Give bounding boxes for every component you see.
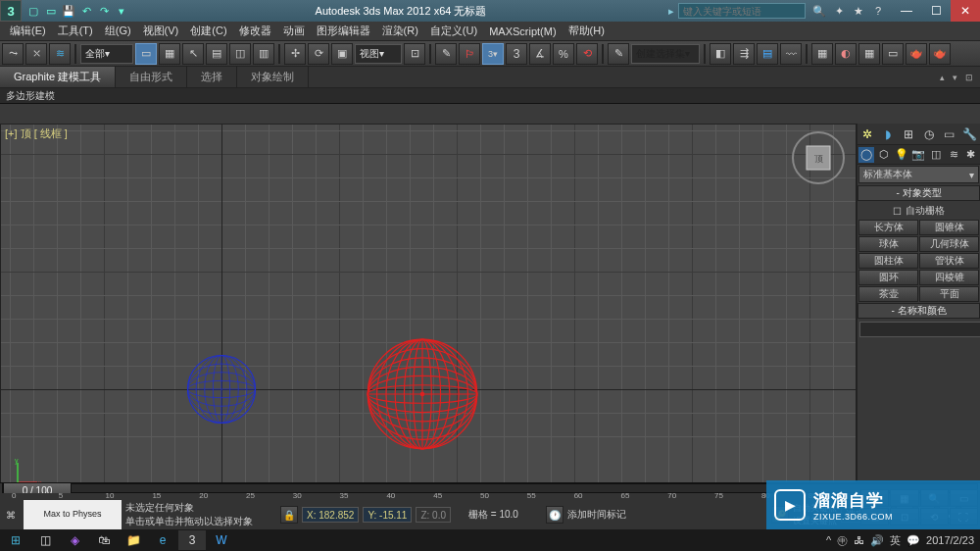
script-icon[interactable]: ⌘: [2, 500, 20, 529]
lights-icon[interactable]: 💡: [894, 147, 909, 163]
named-sel-icon[interactable]: ✎: [608, 43, 629, 65]
tray-net-icon[interactable]: 🖧: [854, 534, 864, 546]
modify-tab-icon[interactable]: ◗: [880, 126, 896, 142]
primitive-sphere[interactable]: 球体: [858, 236, 918, 252]
render-prod-icon[interactable]: 🫖: [929, 43, 951, 65]
add-time-tag[interactable]: 添加时间标记: [567, 508, 626, 522]
qat-undo-icon[interactable]: ↶: [78, 3, 94, 19]
ribbon-min-icon[interactable]: ▴: [937, 73, 948, 82]
menu-create[interactable]: 创建(C): [184, 24, 232, 38]
recent-icon[interactable]: ✦: [831, 3, 847, 19]
display-tab-icon[interactable]: ▭: [942, 126, 957, 142]
select-arrow-icon[interactable]: ↖: [182, 43, 204, 65]
coord-z[interactable]: Z: 0.0: [416, 507, 451, 523]
object-sphere-red[interactable]: [366, 337, 479, 451]
app-icon[interactable]: 3: [0, 0, 22, 22]
maximize-button[interactable]: ☐: [921, 0, 951, 22]
scale-icon[interactable]: ▣: [331, 43, 353, 65]
primitive-pyramid[interactable]: 四棱锥: [919, 270, 979, 285]
store-icon[interactable]: 🛍: [90, 530, 118, 550]
primitive-geosphere[interactable]: 几何球体: [919, 236, 979, 252]
edge-icon[interactable]: e: [149, 530, 176, 550]
tray-ime-icon[interactable]: ㊥: [837, 533, 848, 548]
object-sphere-blue[interactable]: [186, 354, 257, 425]
qat-new-icon[interactable]: ▢: [25, 3, 41, 19]
menu-grapheditors[interactable]: 图形编辑器: [311, 24, 376, 38]
unlink-icon[interactable]: ⤬: [25, 43, 47, 65]
helpers-icon[interactable]: ◫: [928, 147, 944, 163]
render-setup-icon[interactable]: ▦: [858, 43, 880, 65]
help-icon[interactable]: ?: [870, 3, 886, 19]
close-button[interactable]: ✕: [951, 0, 980, 22]
select-name-icon[interactable]: ▤: [206, 43, 227, 65]
spinner-icon[interactable]: ⟲: [576, 43, 598, 65]
menu-rendering[interactable]: 渲染(R): [376, 24, 424, 38]
primitive-torus[interactable]: 圆环: [858, 270, 918, 285]
viewport-label[interactable]: [+] 顶 [ 线框 ]: [5, 126, 68, 141]
menu-animation[interactable]: 动画: [277, 24, 311, 38]
qat-save-icon[interactable]: 💾: [61, 3, 76, 19]
tray-clock[interactable]: 2017/2/23: [926, 534, 974, 546]
ribbon-help-icon[interactable]: ⊡: [962, 73, 976, 82]
menu-modifiers[interactable]: 修改器: [233, 24, 277, 38]
menu-help[interactable]: 帮助(H): [563, 24, 611, 38]
select-lasso-icon[interactable]: ◫: [229, 43, 251, 65]
primitive-tube[interactable]: 管状体: [919, 253, 979, 269]
rollout-object-type[interactable]: - 对象类型: [858, 185, 980, 201]
spacewarps-icon[interactable]: ≋: [946, 147, 961, 163]
primitive-cone[interactable]: 圆锥体: [919, 220, 979, 235]
viewcube[interactable]: 顶: [791, 130, 846, 185]
start-button[interactable]: ⊞: [2, 530, 29, 550]
3dsmax-task-icon[interactable]: 3: [178, 530, 206, 550]
spinner-snap-icon[interactable]: %: [553, 43, 574, 65]
menu-edit[interactable]: 编辑(E): [4, 24, 52, 38]
primitive-teapot[interactable]: 茶壶: [858, 286, 918, 302]
script-listener[interactable]: Max to Physes: [24, 500, 122, 529]
bind-icon[interactable]: ≋: [49, 43, 71, 65]
primitive-box[interactable]: 长方体: [858, 220, 918, 235]
qat-open-icon[interactable]: ▭: [43, 3, 59, 19]
keymode-icon[interactable]: 🏳: [459, 43, 480, 65]
geometry-icon[interactable]: ◯: [858, 147, 874, 163]
select-paint-icon[interactable]: ▥: [253, 43, 274, 65]
tray-up-icon[interactable]: ^: [826, 534, 831, 546]
link-icon[interactable]: ⤳: [2, 43, 24, 65]
ref-coord-dropdown[interactable]: 视图▾: [355, 44, 402, 64]
utilities-tab-icon[interactable]: 🔧: [962, 126, 978, 142]
tab-objectpaint[interactable]: 对象绘制: [237, 67, 309, 87]
search-icon[interactable]: 🔍: [811, 3, 827, 19]
coord-x[interactable]: X: 182.852: [302, 507, 359, 523]
qat-redo-icon[interactable]: ↷: [96, 3, 112, 19]
help-search-input[interactable]: [678, 3, 806, 19]
explorer-icon[interactable]: 📁: [120, 530, 147, 550]
select-region-icon[interactable]: ▦: [159, 43, 180, 65]
tab-freeform[interactable]: 自由形式: [116, 67, 187, 87]
minimize-button[interactable]: —: [892, 0, 921, 22]
primitive-plane[interactable]: 平面: [919, 286, 979, 302]
cameras-icon[interactable]: 📷: [910, 147, 926, 163]
tray-notif-icon[interactable]: 💬: [906, 534, 920, 547]
taskview-icon[interactable]: ◫: [31, 530, 59, 550]
shapes-icon[interactable]: ⬡: [876, 147, 892, 163]
word-icon[interactable]: W: [208, 530, 235, 550]
render-icon[interactable]: 🫖: [906, 43, 927, 65]
layers-icon[interactable]: ▤: [757, 43, 778, 65]
select-button[interactable]: ▭: [135, 43, 157, 65]
coord-y[interactable]: Y: -15.11: [363, 507, 412, 523]
rollout-name-color[interactable]: - 名称和颜色: [858, 303, 980, 319]
mirror-icon[interactable]: ◧: [710, 43, 731, 65]
category-dropdown[interactable]: 标准基本体▾: [858, 166, 979, 183]
favorite-icon[interactable]: ★: [851, 3, 866, 19]
motion-tab-icon[interactable]: ◷: [921, 126, 937, 142]
qat-more-icon[interactable]: ▾: [114, 3, 129, 19]
tab-graphite[interactable]: Graphite 建模工具: [0, 67, 116, 87]
lock-selection-icon[interactable]: 🔒: [280, 506, 298, 524]
menu-views[interactable]: 视图(V): [137, 24, 185, 38]
percent-snap-icon[interactable]: ∡: [529, 43, 551, 65]
create-tab-icon[interactable]: ✲: [859, 126, 875, 142]
menu-tools[interactable]: 工具(T): [52, 24, 99, 38]
named-selection-dropdown[interactable]: 创建选择集▾: [631, 44, 700, 64]
align-icon[interactable]: ⇶: [733, 43, 755, 65]
pivot-icon[interactable]: ⊡: [404, 43, 425, 65]
angle-snap-icon[interactable]: 3: [506, 43, 527, 65]
